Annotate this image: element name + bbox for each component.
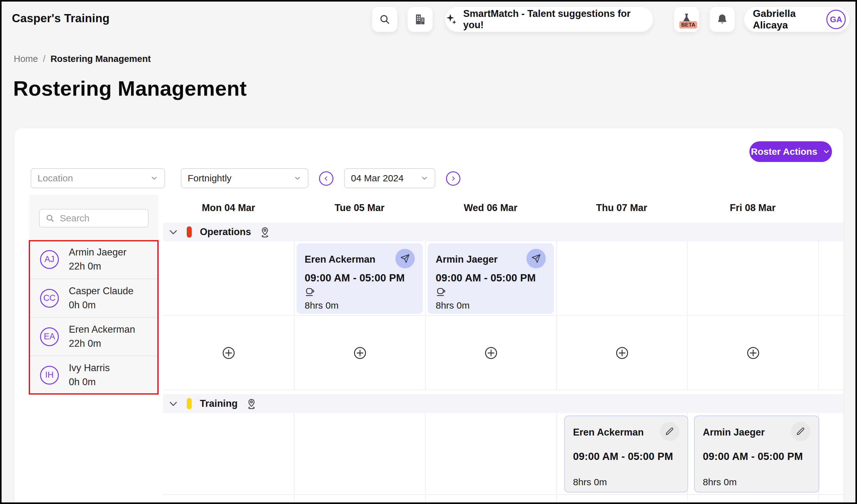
employee-row[interactable]: IH Ivy Harris 0h 0m — [29, 355, 158, 394]
edit-shift-button[interactable] — [791, 422, 810, 441]
smartmatch-label: SmartMatch - Talent suggestions for you! — [463, 8, 653, 31]
location-select-value: Location — [37, 173, 73, 184]
shift-duration: 8hrs 0m — [703, 477, 810, 487]
plus-circle-icon — [746, 346, 760, 360]
section-color-pill — [187, 398, 192, 409]
shift-duration: 8hrs 0m — [436, 300, 546, 311]
publish-shift-button[interactable] — [526, 249, 546, 268]
search-icon — [379, 14, 391, 25]
shift-employee-name: Eren Ackerman — [305, 250, 375, 265]
location-select[interactable]: Location — [31, 168, 165, 188]
add-shift-cell[interactable] — [687, 316, 818, 389]
shift-time: 09:00 AM - 05:00 PM — [436, 272, 546, 284]
paper-plane-icon — [531, 254, 541, 264]
employee-list: AJ Armin Jaeger 22h 0m CC Casper Claude … — [29, 240, 158, 394]
day-header-row: Mon 04 Mar Tue 05 Mar Wed 06 Mar Thu 07 … — [163, 195, 843, 213]
day-cell — [294, 413, 425, 494]
employee-row[interactable]: CC Casper Claude 0h 0m — [29, 279, 158, 317]
user-name: Gabriella Alicaya — [753, 8, 821, 31]
beta-features-button[interactable]: BETA — [674, 7, 699, 32]
collapse-chevron-icon[interactable] — [168, 398, 179, 409]
bell-icon — [716, 13, 728, 25]
plus-circle-icon — [484, 346, 498, 360]
shift-card[interactable]: Armin Jaeger 09:00 AM - 05:00 PM 8hrs 0m — [427, 243, 554, 314]
smartmatch-banner-button[interactable]: SmartMatch - Talent suggestions for you! — [445, 7, 653, 32]
chevron-left-icon — [323, 175, 330, 182]
shift-time: 09:00 AM - 05:00 PM — [573, 451, 679, 463]
publish-shift-button[interactable] — [396, 249, 415, 268]
section-name: Operations — [200, 226, 251, 238]
shift-employee-name: Armin Jaeger — [703, 423, 765, 438]
day-cell — [818, 316, 843, 389]
shift-card[interactable]: Eren Ackerman 09:00 AM - 05:00 PM 8hrs 0… — [297, 243, 423, 314]
chevron-down-icon — [420, 174, 428, 182]
add-shift-cell[interactable] — [294, 316, 425, 389]
search-input[interactable] — [59, 213, 142, 224]
employee-hours: 0h 0m — [69, 299, 134, 311]
notifications-button[interactable] — [710, 7, 735, 32]
employee-hours: 22h 0m — [69, 261, 127, 272]
employee-row[interactable]: AJ Armin Jaeger 22h 0m — [29, 240, 158, 279]
employee-row[interactable]: EA Eren Ackerman 22h 0m — [29, 317, 158, 355]
date-select[interactable]: 04 Mar 2024 — [344, 168, 435, 188]
day-cell — [687, 496, 818, 504]
add-shift-cell[interactable] — [556, 316, 687, 389]
user-menu[interactable]: Gabriella Alicaya GA — [744, 7, 850, 32]
chevron-down-icon — [293, 174, 302, 182]
next-period-button[interactable] — [446, 171, 460, 186]
breadcrumb-separator: / — [43, 54, 45, 64]
day-cell — [163, 413, 294, 494]
beta-badge: BETA — [679, 21, 697, 29]
collapse-chevron-icon[interactable] — [168, 227, 179, 237]
day-header: Thu 07 Mar — [556, 195, 687, 213]
shift-time: 09:00 AM - 05:00 PM — [305, 272, 415, 284]
chevron-down-icon — [822, 147, 830, 156]
building-icon — [414, 13, 426, 26]
employee-hours: 22h 0m — [69, 338, 135, 349]
page-title: Rostering Management — [13, 76, 247, 100]
section-header-training: Training — [163, 394, 843, 413]
organisation-button[interactable] — [407, 7, 433, 32]
employee-name: Ivy Harris — [69, 362, 110, 373]
add-shift-cell[interactable] — [425, 316, 556, 389]
previous-period-button[interactable] — [319, 171, 333, 186]
breadcrumb-home-link[interactable]: Home — [14, 54, 38, 64]
edit-shift-button[interactable] — [660, 422, 679, 441]
break-coffee-icon — [436, 286, 546, 298]
day-cell — [818, 413, 843, 494]
employee-name: Armin Jaeger — [69, 247, 127, 258]
day-cell — [818, 496, 843, 504]
shift-card[interactable]: Armin Jaeger 09:00 AM - 05:00 PM 8hrs 0m — [694, 416, 819, 492]
day-cell — [163, 241, 294, 315]
section-header-operations: Operations — [163, 223, 843, 241]
operations-add-row — [163, 316, 843, 390]
global-search-button[interactable] — [372, 7, 397, 32]
shift-employee-name: Armin Jaeger — [436, 250, 498, 265]
shift-time: 09:00 AM - 05:00 PM — [703, 451, 810, 463]
sparkles-icon — [445, 13, 458, 25]
shift-card[interactable]: Eren Ackerman 09:00 AM - 05:00 PM 8hrs 0… — [564, 416, 688, 492]
section-color-pill — [187, 226, 192, 238]
break-coffee-icon — [305, 286, 415, 298]
chevron-right-icon — [450, 175, 457, 182]
chevron-down-icon — [150, 174, 158, 182]
shift-duration: 8hrs 0m — [573, 477, 679, 487]
roster-actions-button[interactable]: Roster Actions — [750, 141, 832, 162]
day-cell — [425, 413, 556, 494]
avatar: EA — [40, 327, 59, 346]
employee-search[interactable] — [39, 209, 149, 228]
employee-name: Eren Ackerman — [69, 324, 135, 335]
frequency-select[interactable]: Fortnightly — [181, 168, 308, 188]
plus-circle-icon — [615, 346, 629, 360]
pencil-icon — [665, 427, 674, 436]
avatar: AJ — [40, 250, 59, 269]
plus-circle-icon — [221, 346, 236, 360]
roster-panel: Roster Actions Location Fortnightly 04 M… — [14, 128, 843, 504]
day-header: Mon 04 Mar — [163, 195, 294, 213]
breadcrumb: Home / Rostering Management — [14, 54, 151, 64]
add-shift-cell[interactable] — [163, 316, 294, 389]
pencil-icon — [796, 427, 805, 436]
rostering-management-screen: Casper's Training — [0, 0, 857, 504]
breadcrumb-current: Rostering Management — [50, 54, 151, 64]
section-name: Training — [200, 398, 238, 409]
